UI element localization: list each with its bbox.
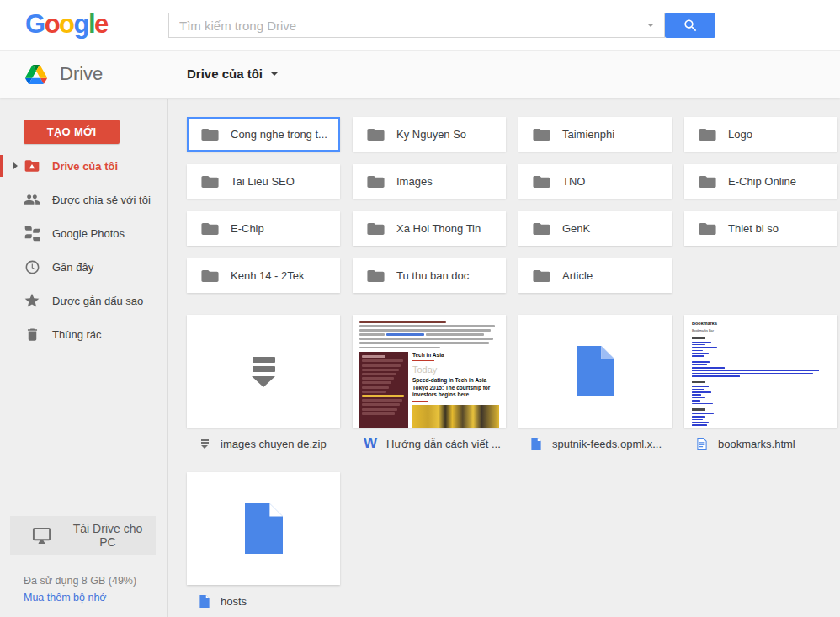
folder-card[interactable]: Kenh 14 - 2Tek <box>187 258 340 293</box>
bookmarks-preview: Bookmarks Bookmarks Bar <box>684 315 837 428</box>
zip-file-icon <box>198 439 211 449</box>
download-drive-label: Tải Drive cho PC <box>65 522 151 549</box>
file-thumbnail-bookmarks[interactable]: Bookmarks Bookmarks Bar <box>684 315 837 428</box>
download-drive-button[interactable]: Tải Drive cho PC <box>10 516 156 555</box>
app-name: Drive <box>60 63 103 85</box>
search-icon <box>683 18 699 34</box>
starred-icon <box>24 292 40 309</box>
bookmarks-subtitle: Bookmarks Bar <box>692 329 830 332</box>
new-button[interactable]: TẠO MỚI <box>24 120 120 144</box>
file-tile[interactable]: Bookmarks Bookmarks Bar <box>684 315 837 452</box>
google-logo[interactable]: Google <box>25 9 108 40</box>
sidebar-item-shared-with-me[interactable]: Được chia sẻ với tôi <box>0 183 167 216</box>
folder-card[interactable]: Logo <box>684 117 837 152</box>
files-grid: images chuyen de.zip <box>187 315 837 609</box>
webpage-kicker: Today <box>412 364 499 375</box>
folder-card[interactable]: TNO <box>518 164 672 199</box>
folder-name: TNO <box>562 175 585 188</box>
file-caption: images chuyen de.zip <box>187 435 340 452</box>
file-caption: bookmarks.html <box>684 435 837 452</box>
google-logo-letter: e <box>94 9 108 39</box>
folder-name: Kenh 14 - 2Tek <box>231 269 304 282</box>
folder-card[interactable]: Images <box>353 164 506 199</box>
expand-arrow-icon[interactable] <box>13 162 18 169</box>
folder-name: Ky Nguyen So <box>396 128 466 141</box>
google-logo-letter: o <box>59 9 73 39</box>
search-input[interactable] <box>168 13 665 38</box>
sidebar-item-google-photos[interactable]: Google Photos <box>0 216 167 250</box>
folders-grid: Cong nghe trong t... Ky Nguyen So Taimie… <box>187 117 837 293</box>
folder-card[interactable]: Tu thu ban doc <box>353 258 506 293</box>
main-content: Cong nghe trong t... Ky Nguyen So Taimie… <box>169 99 840 617</box>
sidebar-item-label: Thùng rác <box>52 328 102 341</box>
search-options-caret-icon[interactable] <box>647 24 654 27</box>
file-thumbnail-doc[interactable] <box>187 472 340 585</box>
buy-storage-link[interactable]: Mua thêm bộ nhớ <box>24 589 136 606</box>
breadcrumb[interactable]: Drive của tôi <box>187 66 279 81</box>
drive-brand[interactable]: Drive <box>25 63 103 85</box>
google-photos-icon <box>24 225 40 242</box>
file-tile[interactable]: Tech in Asia Today Speed-dating in Tech … <box>353 315 506 452</box>
sidebar-item-trash[interactable]: Thùng rác <box>0 317 167 351</box>
file-name: images chuyen de.zip <box>221 438 327 450</box>
webpage-photo <box>412 405 499 428</box>
folder-icon <box>533 127 550 142</box>
file-thumbnail-webpage[interactable]: Tech in Asia Today Speed-dating in Tech … <box>353 315 506 428</box>
folder-card[interactable]: Ky Nguyen So <box>353 117 506 152</box>
file-thumbnail-doc[interactable] <box>518 315 672 428</box>
file-caption: sputnik-feeds.opml.x... <box>518 435 672 452</box>
sidebar: TẠO MỚI Drive của tôi Được chia sẻ với t… <box>0 99 168 617</box>
file-caption: hosts <box>187 593 340 609</box>
folder-card[interactable]: Tai Lieu SEO <box>187 164 340 199</box>
storage-info: Đã sử dụng 8 GB (49%) Mua thêm bộ nhớ <box>24 572 136 606</box>
folder-icon <box>201 269 219 284</box>
folder-icon <box>367 174 385 189</box>
file-tile[interactable]: sputnik-feeds.opml.x... <box>518 315 672 452</box>
sidebar-divider <box>10 566 154 566</box>
google-logo-letter: g <box>74 9 88 39</box>
folder-icon <box>699 221 716 237</box>
storage-used-text: Đã sử dụng 8 GB (49%) <box>24 575 136 587</box>
folder-card[interactable]: Taimienphi <box>518 117 672 152</box>
folder-name: Cong nghe trong t... <box>231 128 327 141</box>
app-header-bar: Drive Drive của tôi <box>0 51 840 98</box>
folder-card[interactable]: Cong nghe trong t... <box>187 117 340 152</box>
folder-card[interactable]: Thiet bi so <box>684 211 837 246</box>
drive-logo-icon <box>25 65 47 84</box>
html-file-icon <box>695 438 709 450</box>
file-thumbnail-zip[interactable] <box>187 315 340 428</box>
sidebar-item-label: Google Photos <box>52 227 125 240</box>
folder-name: Article <box>562 269 593 282</box>
folder-name: GenK <box>562 222 590 235</box>
google-logo-letter: G <box>25 9 45 39</box>
search-button[interactable] <box>665 13 715 38</box>
folder-card[interactable]: Xa Hoi Thong Tin <box>353 211 506 246</box>
folder-name: E-Chip <box>231 222 264 235</box>
folder-name: Taimienphi <box>562 128 614 141</box>
folder-icon <box>367 269 385 284</box>
generic-file-icon <box>518 315 672 428</box>
zip-archive-icon <box>187 315 340 428</box>
folder-card[interactable]: E-Chip Online <box>684 164 837 199</box>
sidebar-item-recent[interactable]: Gần đây <box>0 250 167 284</box>
folder-icon <box>533 221 550 237</box>
file-tile[interactable]: hosts <box>187 472 340 609</box>
sidebar-item-starred[interactable]: Được gắn dấu sao <box>0 284 167 317</box>
folder-name: E-Chip Online <box>728 175 796 188</box>
folder-icon <box>533 269 550 284</box>
folder-card[interactable]: E-Chip <box>187 211 340 246</box>
folder-icon <box>201 127 219 142</box>
sidebar-item-my-drive[interactable]: Drive của tôi <box>0 149 167 183</box>
folder-card[interactable]: GenK <box>518 211 672 246</box>
folder-name: Tai Lieu SEO <box>231 175 295 188</box>
folder-card[interactable]: Article <box>518 258 672 293</box>
folder-name: Thiet bi so <box>728 222 779 235</box>
folder-icon <box>201 174 219 189</box>
folder-name: Xa Hoi Thong Tin <box>396 222 481 235</box>
generic-file-icon <box>187 472 340 585</box>
bookmarks-title: Bookmarks <box>692 321 830 326</box>
file-tile[interactable]: images chuyen de.zip <box>187 315 340 452</box>
folder-name: Tu thu ban doc <box>396 269 469 282</box>
trash-icon <box>24 326 40 343</box>
google-logo-letter: o <box>45 9 59 39</box>
